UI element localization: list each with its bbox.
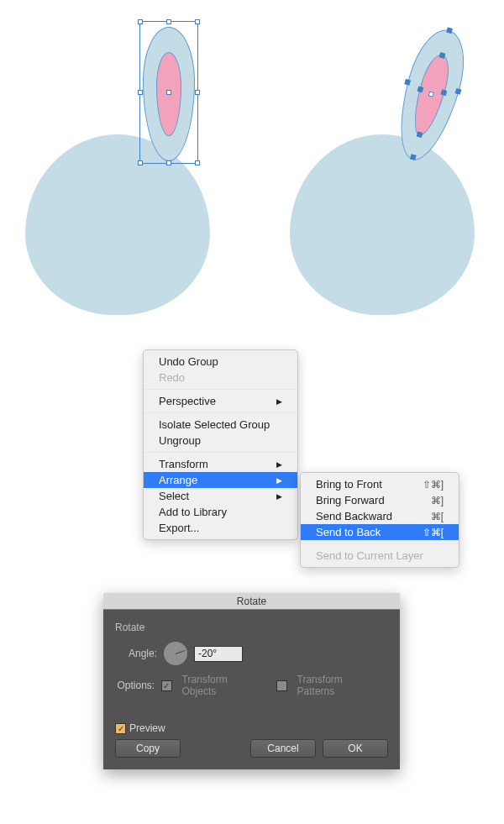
menu-separator — [144, 389, 297, 390]
shortcut: ⌘[ — [431, 511, 444, 522]
transform-objects-label: Transform Objects — [182, 674, 260, 697]
options-label: Options: — [115, 680, 155, 691]
menu-select[interactable]: Select▶ — [144, 488, 297, 504]
checkbox-preview[interactable]: ✓ — [115, 723, 126, 734]
menu-label: Undo Group — [159, 355, 218, 368]
angle-row: Angle: — [115, 642, 388, 665]
dialog-footer: Copy Cancel OK — [103, 734, 400, 769]
checkbox-transform-patterns — [276, 680, 286, 691]
dialog-body: Rotate Angle: Options: ✓ Transform Objec… — [103, 610, 400, 717]
shortcut: ⇧⌘[ — [423, 527, 444, 538]
arrange-submenu[interactable]: Bring to Front⇧⌘] Bring Forward⌘] Send B… — [300, 472, 459, 568]
menu-transform[interactable]: Transform▶ — [144, 456, 297, 472]
dialog-title: Rotate — [103, 593, 400, 610]
rotate-dialog[interactable]: Rotate Rotate Angle: Options: ✓ Transfor… — [103, 593, 400, 769]
menu-label: Bring to Front — [316, 478, 382, 491]
menu-perspective[interactable]: Perspective▶ — [144, 393, 297, 409]
menu-arrange[interactable]: Arrange▶ — [144, 472, 297, 488]
angle-input[interactable] — [194, 646, 243, 662]
bunny-right — [290, 134, 475, 315]
submenu-arrow-icon: ▶ — [276, 476, 282, 485]
menu-label: Select — [159, 490, 189, 502]
shortcut: ⌘] — [431, 495, 444, 506]
options-row: Options: ✓ Transform Objects Transform P… — [115, 674, 388, 697]
menu-label: Bring Forward — [316, 494, 385, 506]
menu-redo: Redo — [144, 370, 297, 386]
submenu-send-current-layer: Send to Current Layer — [301, 548, 459, 564]
context-menu[interactable]: Undo Group Redo Perspective▶ Isolate Sel… — [143, 349, 298, 540]
submenu-arrow-icon: ▶ — [276, 492, 282, 501]
copy-button[interactable]: Copy — [115, 739, 181, 758]
menu-separator — [301, 543, 459, 544]
menu-separator — [144, 412, 297, 413]
menu-export[interactable]: Export... — [144, 520, 297, 536]
submenu-send-backward[interactable]: Send Backward⌘[ — [301, 508, 459, 524]
preview-label: Preview — [129, 722, 165, 734]
menu-label: Transform — [159, 458, 208, 470]
angle-label: Angle: — [115, 648, 157, 659]
checkbox-transform-objects: ✓ — [161, 680, 171, 691]
submenu-send-back[interactable]: Send to Back⇧⌘[ — [301, 524, 459, 540]
submenu-bring-front[interactable]: Bring to Front⇧⌘] — [301, 476, 459, 492]
menu-label: Perspective — [159, 395, 216, 407]
menu-undo[interactable]: Undo Group — [144, 354, 297, 370]
transform-patterns-label: Transform Patterns — [297, 674, 378, 697]
bunny-body — [290, 134, 475, 315]
shortcut: ⇧⌘] — [423, 479, 444, 491]
menu-ungroup[interactable]: Ungroup — [144, 433, 297, 449]
menu-label: Send to Back — [316, 526, 381, 538]
cancel-button[interactable]: Cancel — [250, 739, 316, 758]
menu-label: Isolate Selected Group — [159, 418, 270, 431]
menu-label: Send to Current Layer — [316, 549, 423, 562]
menu-label: Add to Library — [159, 506, 227, 518]
ok-button[interactable]: OK — [323, 739, 388, 758]
angle-dial[interactable] — [164, 642, 187, 665]
menu-label: Redo — [159, 371, 185, 384]
menu-label: Send Backward — [316, 510, 392, 522]
menu-add-library[interactable]: Add to Library — [144, 504, 297, 520]
submenu-arrow-icon: ▶ — [276, 397, 282, 406]
preview-row: ✓ Preview — [103, 717, 400, 734]
menu-separator — [144, 452, 297, 453]
menu-isolate[interactable]: Isolate Selected Group — [144, 417, 297, 433]
menu-label: Ungroup — [159, 434, 201, 447]
menu-label: Arrange — [159, 474, 197, 486]
canvas-area — [0, 0, 504, 336]
menu-label: Export... — [159, 522, 199, 534]
submenu-arrow-icon: ▶ — [276, 460, 282, 469]
section-title: Rotate — [115, 622, 388, 633]
submenu-bring-forward[interactable]: Bring Forward⌘] — [301, 492, 459, 508]
selection-bbox[interactable] — [139, 21, 198, 164]
